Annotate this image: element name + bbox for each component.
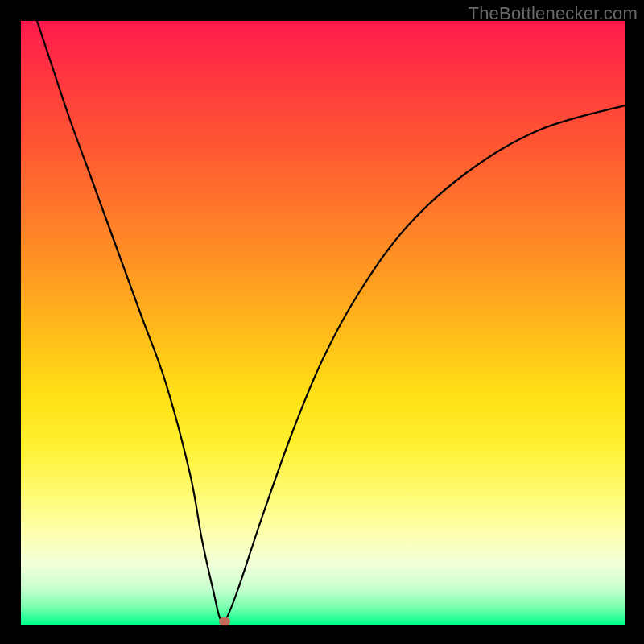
bottleneck-curve <box>21 21 625 625</box>
optimal-point-marker <box>219 617 230 625</box>
plot-area <box>21 21 625 625</box>
chart-frame: TheBottlenecker.com <box>0 0 644 644</box>
watermark-text: TheBottlenecker.com <box>469 3 638 24</box>
